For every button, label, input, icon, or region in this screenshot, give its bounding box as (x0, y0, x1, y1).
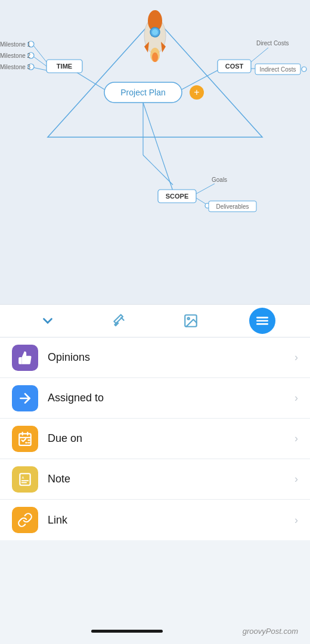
svg-point-34 (302, 67, 306, 72)
svg-point-47 (188, 318, 190, 320)
note-chevron: › (294, 473, 298, 485)
note-label: Note (48, 473, 294, 485)
assigned-to-chevron: › (294, 392, 298, 404)
svg-text:COST: COST (225, 63, 244, 70)
toolbar (0, 304, 310, 338)
footer: groovyPost.com (0, 620, 310, 644)
due-on-label: Due on (48, 432, 294, 445)
svg-text:A: A (22, 475, 24, 479)
note-item[interactable]: A Note › (0, 459, 310, 500)
svg-text:Goals: Goals (212, 177, 227, 183)
svg-text:Project Plan: Project Plan (120, 88, 165, 97)
link-chevron: › (294, 514, 298, 527)
svg-text:Milestone 1: Milestone 1 (0, 41, 31, 48)
opinions-label: Opinions (48, 351, 294, 364)
due-on-item[interactable]: Due on › (0, 419, 310, 459)
menu-list: Opinions › Assigned to › D (0, 338, 310, 540)
link-item[interactable]: Link › (0, 500, 310, 540)
watermark: groovyPost.com (243, 627, 298, 636)
assigned-to-label: Assigned to (48, 392, 294, 404)
svg-text:Direct Costs: Direct Costs (256, 40, 289, 47)
opinions-item[interactable]: Opinions › (0, 338, 310, 378)
link-icon (12, 507, 38, 533)
due-on-icon (12, 426, 38, 452)
home-bar (91, 630, 163, 633)
svg-point-9 (152, 52, 158, 62)
svg-text:Indirect Costs: Indirect Costs (259, 66, 296, 73)
opinions-chevron: › (294, 351, 298, 364)
svg-text:Milestone 2: Milestone 2 (0, 52, 31, 59)
svg-point-5 (152, 29, 158, 35)
image-button[interactable] (178, 308, 204, 334)
svg-text:+: + (194, 87, 199, 97)
menu-button[interactable] (249, 308, 275, 334)
assigned-to-item[interactable]: Assigned to › (0, 378, 310, 419)
svg-text:Deliverables: Deliverables (216, 203, 249, 210)
assigned-to-icon (12, 385, 38, 411)
note-icon: A (12, 466, 38, 493)
svg-text:SCOPE: SCOPE (166, 193, 189, 200)
chevron-down-button[interactable] (35, 308, 61, 334)
mindmap-canvas[interactable]: Project Plan + TIME Milestone 1 Mileston… (0, 0, 310, 304)
due-on-chevron: › (294, 432, 298, 445)
svg-text:Milestone 3: Milestone 3 (0, 64, 31, 70)
link-label: Link (48, 514, 294, 527)
svg-text:TIME: TIME (57, 63, 72, 70)
hammer-button[interactable] (106, 308, 132, 334)
opinions-icon (12, 345, 38, 371)
